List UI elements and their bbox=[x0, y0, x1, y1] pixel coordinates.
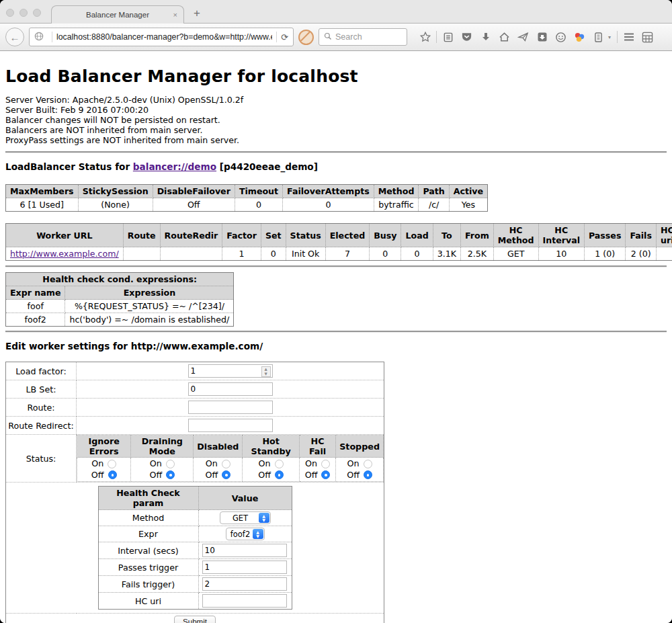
tab-grid-icon[interactable] bbox=[638, 29, 657, 45]
col-from: From bbox=[460, 224, 493, 247]
col-to: To bbox=[433, 224, 460, 247]
col-disablefailover: DisableFailover bbox=[153, 185, 235, 198]
url-divider bbox=[52, 32, 52, 42]
worker-row: http://www.example.com/ 1 0 Init Ok 7 0 … bbox=[6, 247, 672, 261]
col-expr-name: Expr name bbox=[6, 286, 65, 300]
hc-fail-off-radio[interactable] bbox=[321, 470, 330, 479]
container-icon[interactable] bbox=[589, 29, 607, 45]
window-controls[interactable] bbox=[6, 9, 41, 17]
reload-icon[interactable]: ⟳ bbox=[281, 32, 288, 42]
select-stepper-icon: ▲▼ bbox=[253, 529, 263, 539]
draining-mode-on-radio[interactable] bbox=[166, 460, 175, 468]
hc-param-table: Health Check param Value Method GET ▲▼ bbox=[98, 486, 292, 610]
col-elected: Elected bbox=[325, 224, 370, 247]
cell-fails: 2 (0) bbox=[626, 247, 657, 261]
form-row-load-factor: Load factor: ▲▼ bbox=[6, 362, 384, 380]
search-icon bbox=[324, 32, 332, 42]
tracking-blocked-icon[interactable] bbox=[298, 30, 314, 45]
menu-icon[interactable] bbox=[620, 29, 638, 45]
route-input[interactable] bbox=[188, 401, 273, 414]
hc-passes-input[interactable] bbox=[202, 560, 287, 574]
hc-fails-label: Fails trigger) bbox=[98, 576, 198, 593]
cell-elected: 7 bbox=[325, 247, 370, 261]
cell-expression: %{REQUEST_STATUS} =~ /^[234]/ bbox=[65, 300, 234, 313]
tab-balancer-manager[interactable]: Balancer Manager × bbox=[51, 5, 184, 24]
overflow-chevron-icon[interactable]: ▾ bbox=[608, 34, 615, 40]
cell-stickysession: (None) bbox=[78, 198, 153, 212]
hc-interval-input[interactable] bbox=[202, 544, 287, 557]
save-panel-icon[interactable] bbox=[533, 29, 551, 45]
hc-expr-selected-value: foof2 bbox=[230, 530, 251, 539]
off-label: Off bbox=[91, 470, 104, 481]
hc-method-select[interactable]: GET ▲▼ bbox=[220, 511, 271, 524]
ignore-errors-off-radio[interactable] bbox=[108, 470, 117, 479]
number-stepper-icon[interactable]: ▲▼ bbox=[261, 366, 271, 377]
page-content: Load Balancer Manager for localhost Serv… bbox=[0, 51, 672, 623]
route-label: Route: bbox=[6, 399, 77, 417]
url-text[interactable]: localhost:8880/balancer-manager?b=demo&w… bbox=[56, 32, 272, 42]
back-button[interactable]: ← bbox=[5, 28, 24, 46]
url-bar[interactable]: localhost:8880/balancer-manager?b=demo&w… bbox=[29, 28, 294, 46]
lb-set-label: LB Set: bbox=[6, 380, 77, 399]
col-method: Method bbox=[374, 185, 419, 198]
load-factor-input[interactable] bbox=[188, 364, 273, 378]
colored-dots-icon[interactable] bbox=[571, 29, 589, 45]
cell-hc-method: GET bbox=[493, 247, 538, 261]
minimize-window-button[interactable] bbox=[19, 9, 28, 17]
new-tab-button[interactable]: + bbox=[194, 7, 200, 20]
close-window-button[interactable] bbox=[6, 9, 14, 17]
submit-button[interactable]: Submit bbox=[174, 616, 216, 623]
cell-from: 2.5K bbox=[460, 247, 493, 261]
server-built-line: Server Built: Feb 9 2016 07:00:20 bbox=[5, 105, 667, 115]
send-icon[interactable] bbox=[514, 29, 532, 45]
chat-icon[interactable] bbox=[552, 29, 570, 45]
stopped-off-radio[interactable] bbox=[364, 470, 372, 479]
search-input[interactable]: Search bbox=[319, 28, 407, 46]
worker-url-link[interactable]: http://www.example.com/ bbox=[10, 249, 119, 259]
heading-prefix: LoadBalancer Status for bbox=[5, 161, 133, 172]
divider bbox=[5, 331, 667, 332]
pocket-icon[interactable] bbox=[458, 29, 476, 45]
lb-set-input[interactable] bbox=[188, 382, 273, 396]
hc-fails-input[interactable] bbox=[202, 577, 287, 591]
disabled-on-radio[interactable] bbox=[222, 460, 230, 468]
inherit-note-line: Balancers are NOT inherited from main se… bbox=[5, 125, 667, 135]
download-icon[interactable] bbox=[476, 29, 495, 45]
back-icon: ← bbox=[10, 32, 20, 43]
bookmark-star-icon[interactable] bbox=[416, 29, 434, 45]
col-hc-interval: HC Interval bbox=[538, 224, 584, 247]
col-hc-fail: HC Fail bbox=[299, 435, 335, 458]
close-tab-icon[interactable]: × bbox=[173, 11, 177, 19]
hc-method-selected-value: GET bbox=[224, 513, 257, 523]
edit-worker-form: Load factor: ▲▼ LB Set: Route: Route Red… bbox=[5, 362, 384, 623]
home-icon[interactable] bbox=[495, 29, 513, 45]
hc-fail-on-radio[interactable] bbox=[321, 460, 330, 468]
hc-uri-input[interactable] bbox=[202, 594, 287, 608]
hot-standby-on-radio[interactable] bbox=[275, 460, 284, 468]
col-draining-mode: Draining Mode bbox=[131, 435, 194, 458]
stopped-on-radio[interactable] bbox=[364, 460, 372, 468]
hc-row-expr: Expr foof2 ▲▼ bbox=[98, 526, 292, 542]
navigation-toolbar: ← localhost:8880/balancer-manager?b=demo… bbox=[0, 24, 672, 51]
table-header-row: MaxMembers StickySession DisableFailover… bbox=[6, 185, 488, 198]
hc-method-label: Method bbox=[98, 510, 198, 526]
expr-table: Health check cond. expressions: Expr nam… bbox=[5, 272, 234, 327]
toolbar-divider bbox=[617, 31, 618, 43]
expr-row: foof %{REQUEST_STATUS} =~ /^[234]/ bbox=[6, 300, 234, 313]
col-busy: Busy bbox=[370, 224, 401, 247]
zoom-window-button[interactable] bbox=[33, 9, 41, 17]
draining-mode-off-radio[interactable] bbox=[166, 470, 175, 479]
balancer-demo-link[interactable]: balancer://demo bbox=[133, 161, 216, 172]
ignore-errors-on-radio[interactable] bbox=[108, 460, 116, 468]
url-divider bbox=[276, 32, 277, 42]
hot-standby-off-radio[interactable] bbox=[275, 470, 284, 479]
reading-list-icon[interactable] bbox=[439, 29, 457, 45]
worker-table: Worker URL Route RouteRedir Factor Set S… bbox=[5, 223, 672, 261]
col-route: Route bbox=[123, 224, 160, 247]
route-redirect-input[interactable] bbox=[188, 419, 273, 432]
hc-expr-select[interactable]: foof2 ▲▼ bbox=[226, 528, 265, 540]
col-passes: Passes bbox=[584, 224, 625, 247]
disabled-off-radio[interactable] bbox=[222, 470, 230, 479]
cell-expr-name: foof bbox=[6, 300, 65, 313]
col-worker-url: Worker URL bbox=[6, 224, 124, 247]
